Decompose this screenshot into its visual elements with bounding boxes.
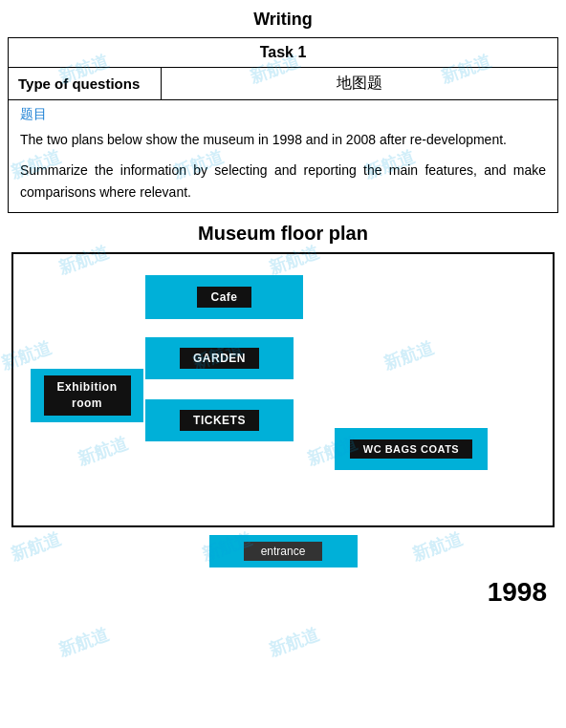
exhibition-room-block: Exhibitionroom [31, 369, 143, 422]
task-type-value: 地图题 [162, 68, 557, 99]
question-text1: The two plans below show the museum in 1… [9, 125, 557, 158]
tickets-label: TICKETS [180, 410, 259, 431]
tickets-block: TICKETS [145, 399, 294, 441]
garden-label: GARDEN [180, 348, 259, 369]
cafe-label: Cafe [197, 287, 250, 308]
task-type-row: Type of questions 地图题 [9, 68, 557, 100]
question-label: 题目 [9, 100, 557, 125]
page-title: Writing [0, 0, 566, 37]
cafe-block: Cafe [145, 275, 303, 319]
floor-plan-inner: Cafe GARDEN Exhibitionroom TICKETS WC BA… [21, 266, 545, 514]
wc-bags-coats-label: WC BAGS COATS [350, 439, 472, 459]
task-box: Task 1 Type of questions 地图题 题目 The two … [8, 37, 558, 213]
entrance-block: entrance [209, 535, 358, 567]
garden-block: GARDEN [145, 337, 294, 379]
task-header: Task 1 [9, 38, 557, 68]
wc-bags-coats-block: WC BAGS COATS [335, 428, 488, 470]
entrance-label: entrance [244, 542, 323, 561]
task-type-label: Type of questions [9, 68, 162, 99]
entrance-area: entrance [0, 535, 566, 567]
year-label: 1998 [0, 571, 566, 611]
floor-plan-container: Cafe GARDEN Exhibitionroom TICKETS WC BA… [11, 252, 555, 527]
question-text2: Summarize the information by selecting a… [9, 158, 557, 212]
floor-plan-title: Museum floor plan [0, 223, 566, 245]
exhibition-room-label: Exhibitionroom [44, 375, 131, 416]
